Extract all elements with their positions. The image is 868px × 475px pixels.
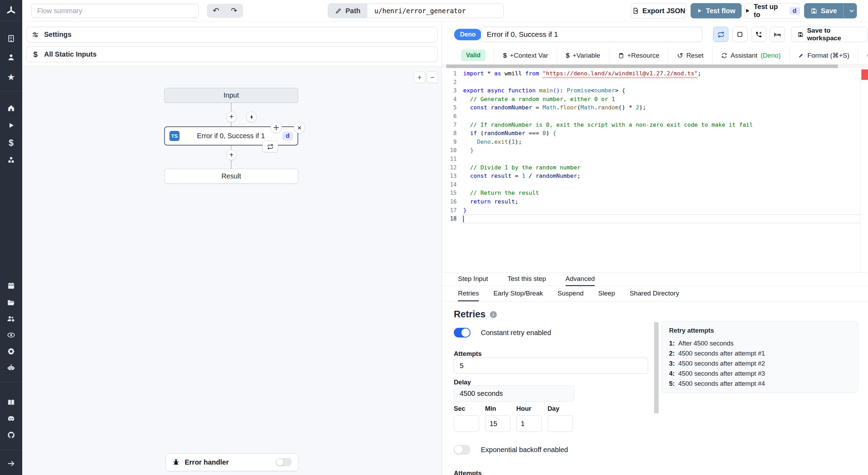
- calendar-icon[interactable]: [5, 280, 17, 292]
- tab-advanced[interactable]: Advanced: [566, 273, 595, 286]
- test-flow-button[interactable]: Test flow: [691, 3, 742, 18]
- gear-icon[interactable]: [5, 345, 17, 357]
- code-line-10[interactable]: 10 }: [442, 146, 868, 155]
- code-editor[interactable]: 1import * as wmill from "https://deno.la…: [442, 68, 868, 272]
- play-icon[interactable]: [5, 119, 17, 131]
- cubes-icon[interactable]: [5, 154, 17, 166]
- flow-node-step[interactable]: TS Error if 0, Success if 1 d ×: [164, 126, 298, 145]
- eye-icon[interactable]: [5, 329, 17, 341]
- code-line-2[interactable]: 2: [442, 78, 868, 87]
- code-line-13[interactable]: 13 const result = 1 / randomNumber;: [442, 172, 868, 181]
- tab-sleep[interactable]: Sleep: [598, 286, 615, 301]
- tab-shared-directory[interactable]: Shared Directory: [629, 286, 679, 301]
- code-line-15[interactable]: 15 // Return the result: [442, 189, 868, 198]
- tab-step-input[interactable]: Step Input: [458, 273, 488, 286]
- retry-settings-button[interactable]: [713, 27, 728, 42]
- export-json-button[interactable]: Export JSON: [631, 3, 686, 18]
- path-value[interactable]: u/henri/error_generator: [367, 4, 503, 18]
- windmill-logo[interactable]: [5, 5, 17, 17]
- path-chip[interactable]: Path u/henri/error_generator: [328, 3, 504, 18]
- code-line-1[interactable]: 1import * as wmill from "https://deno.la…: [442, 69, 868, 78]
- save-to-workspace-button[interactable]: Save to workspace: [791, 27, 868, 42]
- user-icon[interactable]: [5, 51, 17, 63]
- add-variable-button[interactable]: $ +Variable: [557, 47, 609, 64]
- trigger-bolt-button[interactable]: [246, 111, 257, 122]
- save-dropdown-button[interactable]: [847, 3, 857, 18]
- github-icon[interactable]: [5, 429, 17, 441]
- time-field-input-min[interactable]: [485, 415, 510, 432]
- suspend-button[interactable]: [751, 27, 766, 42]
- undo-button[interactable]: ↶: [207, 4, 225, 18]
- path-label-segment[interactable]: Path: [328, 4, 367, 18]
- code-line-5[interactable]: 5 const randomNumber = Math.floor(Math.r…: [442, 103, 868, 112]
- building-icon[interactable]: [5, 33, 17, 44]
- code-line-7[interactable]: 7 // If randomNumber is 0, exit the scri…: [442, 121, 868, 130]
- test-up-to-button[interactable]: Test up to d: [744, 3, 800, 18]
- format-button[interactable]: Format (⌘+S): [789, 47, 858, 64]
- code-line-9[interactable]: 9 Deno.exit(1);: [442, 138, 868, 147]
- redo-button[interactable]: ↷: [225, 4, 243, 18]
- time-field-input-sec[interactable]: [454, 415, 479, 432]
- editor-hscrollbar[interactable]: [442, 65, 868, 68]
- code-line-6[interactable]: 6: [442, 112, 868, 121]
- flow-summary-input[interactable]: [31, 4, 199, 18]
- code-line-14[interactable]: 14: [442, 181, 868, 189]
- discord-icon[interactable]: [5, 413, 17, 425]
- time-field-label-day: Day: [548, 405, 573, 412]
- attempts-input[interactable]: [454, 358, 648, 374]
- step-id-badge: d: [282, 132, 293, 140]
- line-number: 5: [442, 103, 457, 112]
- users-gear-icon[interactable]: [5, 313, 17, 325]
- star-icon[interactable]: ★: [5, 71, 17, 83]
- book-icon[interactable]: [5, 397, 17, 408]
- zoom-out-button[interactable]: −: [427, 72, 438, 83]
- add-resource-button[interactable]: +Resource: [609, 47, 668, 64]
- constant-retry-toggle[interactable]: [454, 328, 470, 338]
- flow-node-input[interactable]: Input: [164, 88, 298, 103]
- early-stop-button[interactable]: [732, 27, 748, 42]
- robot-icon[interactable]: [5, 362, 17, 374]
- info-icon[interactable]: i: [490, 311, 497, 318]
- scrollbar-thumb[interactable]: [446, 65, 838, 68]
- dollar-icon[interactable]: $: [5, 137, 17, 149]
- error-handler-node[interactable]: Error handler: [166, 453, 298, 471]
- move-step-button[interactable]: [270, 122, 282, 133]
- add-step-button[interactable]: +: [226, 150, 237, 160]
- code-line-11[interactable]: 11: [442, 155, 868, 164]
- step-retry-badge[interactable]: [262, 141, 278, 152]
- code-line-8[interactable]: 8 if (randomNumber === 0) {: [442, 129, 868, 138]
- code-line-3[interactable]: 3export async function main(): Promise<n…: [442, 86, 868, 95]
- delete-step-button[interactable]: ×: [294, 122, 305, 133]
- code-line-17[interactable]: 17}: [442, 206, 868, 215]
- reset-button[interactable]: ↺ Reset: [668, 47, 712, 64]
- add-context-var-button[interactable]: $ +Context Var: [494, 47, 557, 64]
- arrow-right-icon[interactable]: [5, 458, 17, 469]
- sleep-button[interactable]: [770, 27, 785, 42]
- code-line-12[interactable]: 12 // Divide 1 by the random number: [442, 164, 868, 172]
- explore-scripts-button[interactable]: Explore other s: [858, 47, 868, 64]
- advanced-tabs: RetriesEarly Stop/BreakSuspendSleepShare…: [442, 286, 868, 301]
- home-icon[interactable]: [5, 102, 17, 114]
- add-step-button[interactable]: +: [226, 111, 237, 122]
- undo-redo-group: ↶ ↷: [207, 4, 243, 18]
- time-field-input-day[interactable]: [548, 415, 573, 432]
- code-line-4[interactable]: 4 // Generate a random number, either 0 …: [442, 95, 868, 104]
- zoom-in-button[interactable]: +: [414, 72, 425, 83]
- tab-test-this-step[interactable]: Test this step: [508, 273, 546, 286]
- assistant-button[interactable]: Assistant (Deno): [712, 47, 789, 64]
- settings-section[interactable]: Settings: [26, 27, 437, 42]
- save-button[interactable]: Save: [804, 3, 844, 18]
- code-line-18[interactable]: 18: [442, 215, 868, 223]
- error-handler-toggle[interactable]: [276, 458, 292, 466]
- step-title-input[interactable]: [481, 27, 702, 42]
- code-line-16[interactable]: 16 return result;: [442, 198, 868, 206]
- tab-retries[interactable]: Retries: [458, 286, 479, 301]
- all-static-inputs-section[interactable]: $ All Static Inputs: [26, 47, 437, 62]
- tab-suspend[interactable]: Suspend: [558, 286, 584, 301]
- time-field-input-hour[interactable]: [516, 415, 542, 432]
- flow-node-result[interactable]: Result: [164, 169, 298, 184]
- tab-early-stop-break[interactable]: Early Stop/Break: [493, 286, 543, 301]
- folder-icon[interactable]: [5, 297, 17, 308]
- exponential-backoff-toggle[interactable]: [454, 445, 470, 455]
- retries-vscrollbar[interactable]: [654, 322, 659, 413]
